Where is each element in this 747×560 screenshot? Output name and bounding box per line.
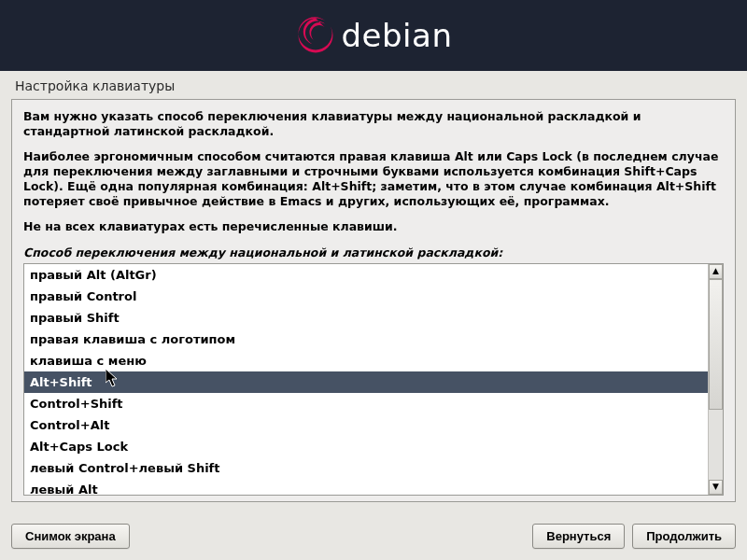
scroll-up-button[interactable]: ▲ (709, 264, 723, 279)
scrollbar[interactable]: ▲ ▼ (708, 264, 723, 495)
list-item[interactable]: правый Alt (AltGr) (24, 264, 708, 286)
continue-button[interactable]: Продолжить (632, 524, 736, 549)
list-item[interactable]: правый Control (24, 286, 708, 307)
scroll-thumb[interactable] (709, 279, 723, 410)
installer-header: debian (0, 0, 747, 71)
instructions-p3: Не на всех клавиатурах есть перечисленны… (23, 219, 398, 233)
options-list-wrap: правый Alt (AltGr)правый Controlправый S… (23, 263, 724, 496)
debian-logo: debian (295, 15, 453, 56)
instructions-p1: Вам нужно указать способ переключения кл… (23, 109, 641, 138)
footer-bar: Снимок экрана Вернуться Продолжить (0, 514, 747, 560)
list-item[interactable]: Alt+Shift (24, 371, 708, 393)
back-button[interactable]: Вернуться (532, 524, 625, 549)
list-item[interactable]: левый Control+левый Shift (24, 457, 708, 479)
prompt-label: Способ переключения между национальной и… (23, 245, 724, 259)
debian-swirl-icon (295, 15, 336, 56)
instructions-p2: Наиболее эргономичным способом считаются… (23, 149, 718, 209)
list-item[interactable]: Alt+Caps Lock (24, 436, 708, 457)
list-item[interactable]: Control+Alt (24, 414, 708, 436)
instructions-text: Вам нужно указать способ переключения кл… (23, 109, 724, 244)
list-item[interactable]: правый Shift (24, 307, 708, 329)
screenshot-button[interactable]: Снимок экрана (11, 524, 130, 549)
list-item[interactable]: левый Alt (24, 479, 708, 495)
list-item[interactable]: клавиша с меню (24, 350, 708, 371)
main-panel: Вам нужно указать способ переключения кл… (11, 99, 736, 502)
options-list[interactable]: правый Alt (AltGr)правый Controlправый S… (24, 264, 708, 495)
page-title: Настройка клавиатуры (15, 78, 732, 93)
debian-logo-text: debian (342, 17, 453, 54)
list-item[interactable]: Control+Shift (24, 393, 708, 414)
list-item[interactable]: правая клавиша с логотипом (24, 329, 708, 350)
scroll-down-button[interactable]: ▼ (709, 480, 723, 495)
